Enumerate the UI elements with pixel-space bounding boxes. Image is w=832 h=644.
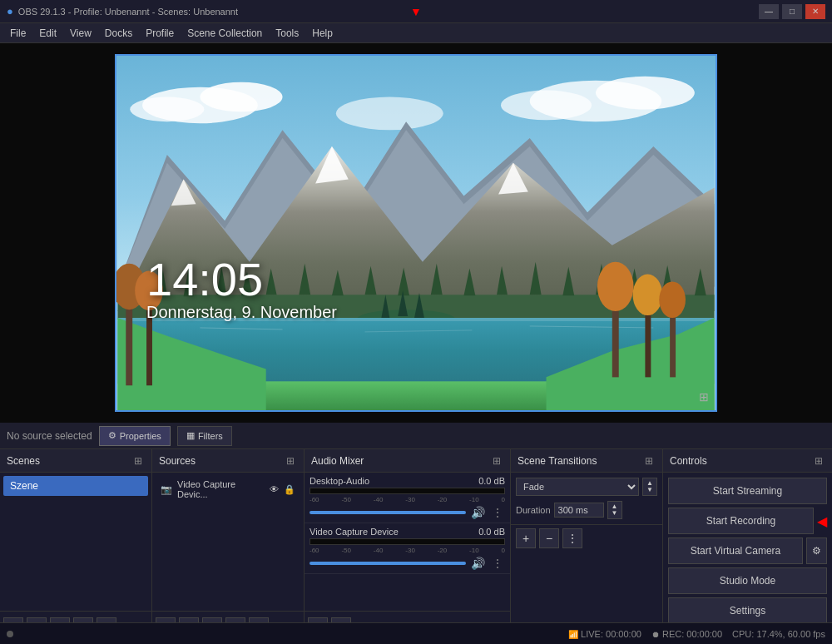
- transitions-content: Fade Cut Swipe Slide ▲ ▼ Duration ▲ ▼: [511, 473, 662, 524]
- minimize-button[interactable]: —: [759, 4, 779, 19]
- transition-menu-button[interactable]: ⋮: [562, 528, 582, 548]
- transitions-duration-row: Duration ▲ ▼: [516, 501, 657, 519]
- scenes-panel-header: Scenes ⊞: [0, 449, 151, 473]
- video-audio-name: Video Capture Device: [310, 527, 399, 537]
- scenes-title: Scenes: [7, 455, 40, 467]
- menu-file[interactable]: File: [3, 26, 32, 41]
- preview-area: 14:05 Donnerstag, 9. November ⊞: [0, 43, 832, 423]
- desktop-audio-meter: [310, 488, 505, 494]
- menu-docks[interactable]: Docks: [98, 26, 139, 41]
- transitions-type-select[interactable]: Fade Cut Swipe Slide: [516, 478, 639, 496]
- desktop-audio-db: 0.0 dB: [478, 476, 505, 486]
- transitions-footer: + − ⋮: [511, 524, 662, 552]
- start-virtual-camera-button[interactable]: Start Virtual Camera: [668, 537, 803, 564]
- video-audio-controls: 🔊 ⋮: [310, 557, 505, 570]
- desktop-audio-menu-button[interactable]: ⋮: [490, 506, 505, 519]
- scenes-options-button[interactable]: ⊞: [131, 454, 145, 468]
- scene-item[interactable]: Szene: [3, 476, 148, 496]
- transitions-panel: Scene Transitions ⊞ Fade Cut Swipe Slide…: [511, 449, 663, 642]
- eye-icon: 👁: [270, 484, 279, 494]
- status-right: 📶 LIVE: 00:00:00 ⏺ REC: 00:00:00 CPU: 17…: [568, 629, 825, 639]
- duration-spinner[interactable]: ▲ ▼: [607, 501, 622, 519]
- menu-tools[interactable]: Tools: [269, 26, 305, 41]
- audio-panel-header: Audio Mixer ⊞: [305, 449, 510, 473]
- virtual-camera-settings-button[interactable]: ⚙: [806, 537, 827, 564]
- menu-scene-collection[interactable]: Scene Collection: [181, 26, 269, 41]
- controls-options-button[interactable]: ⊞: [812, 454, 825, 468]
- controls-panel: Controls ⊞ Start Streaming Start Recordi…: [663, 449, 832, 642]
- clock-date: Donnerstag, 9. November: [146, 303, 337, 322]
- svg-point-3: [130, 97, 204, 122]
- desktop-audio-fader[interactable]: [310, 511, 466, 514]
- transitions-options-button[interactable]: ⊞: [642, 454, 656, 468]
- wifi-icon: 📶: [568, 630, 578, 639]
- desktop-audio-scale: -60-50-40-30-20-100: [310, 496, 505, 503]
- filters-button[interactable]: ▦ Filters: [177, 426, 232, 446]
- svg-point-7: [336, 97, 443, 131]
- monitor-icon: ⊞: [699, 390, 709, 404]
- close-button[interactable]: ✕: [805, 4, 825, 19]
- duration-input[interactable]: [554, 503, 604, 518]
- menubar: File Edit View Docks Profile Scene Colle…: [0, 23, 832, 43]
- scenes-panel: Scenes ⊞ Szene + − ▦ ▲ ▼ ▲: [0, 449, 152, 642]
- sources-options-button[interactable]: ⊞: [284, 454, 297, 468]
- settings-button[interactable]: Settings: [668, 597, 827, 624]
- start-streaming-button[interactable]: Start Streaming: [668, 478, 827, 504]
- lock-icon: 🔒: [284, 484, 295, 495]
- transitions-select-row: Fade Cut Swipe Slide ▲ ▼: [516, 478, 657, 496]
- transitions-panel-header: Scene Transitions ⊞: [511, 449, 662, 473]
- down-arrow-icon: ▼: [410, 5, 422, 18]
- sources-list: 📷 Video Capture Devic... 👁 🔒: [152, 473, 304, 611]
- titlebar-center: ▼: [410, 5, 422, 18]
- sources-panel: Sources ⊞ 📷 Video Capture Devic... 👁 🔒 +…: [152, 449, 305, 642]
- mountain-svg: [116, 56, 716, 410]
- desktop-mute-button[interactable]: 🔊: [469, 506, 487, 519]
- source-name: Video Capture Devic...: [177, 479, 265, 499]
- rec-label: REC: 00:00:00: [662, 629, 722, 639]
- controls-content: Start Streaming Start Recording ◀ Start …: [663, 473, 832, 642]
- virtual-camera-row: Start Virtual Camera ⚙: [668, 537, 827, 564]
- cpu-status: CPU: 17.4%, 60.00 fps: [732, 629, 825, 639]
- no-source-label: No source selected: [7, 430, 92, 442]
- video-audio-scale: -60-50-40-30-20-100: [310, 547, 505, 554]
- filter-icon: ▦: [186, 430, 195, 441]
- recording-arrow-indicator: ◀: [817, 513, 827, 529]
- start-recording-button[interactable]: Start Recording: [668, 508, 814, 534]
- svg-point-6: [501, 91, 592, 121]
- menu-view[interactable]: View: [63, 26, 98, 41]
- properties-button[interactable]: ⚙ Properties: [99, 426, 171, 446]
- transitions-title: Scene Transitions: [518, 455, 597, 467]
- remove-transition-button[interactable]: −: [539, 528, 559, 548]
- controls-panel-header: Controls ⊞: [663, 449, 832, 473]
- menu-help[interactable]: Help: [305, 26, 339, 41]
- titlebar-buttons: — □ ✕: [759, 4, 825, 19]
- menu-edit[interactable]: Edit: [32, 26, 63, 41]
- add-transition-button[interactable]: +: [516, 528, 536, 548]
- preview-canvas: 14:05 Donnerstag, 9. November ⊞: [115, 54, 717, 412]
- desktop-audio-controls: 🔊 ⋮: [310, 506, 505, 519]
- audio-tracks: Desktop-Audio 0.0 dB -60-50-40-30-20-100…: [305, 473, 510, 611]
- titlebar-left: ● OBS 29.1.3 - Profile: Unbenannt - Scen…: [7, 5, 238, 17]
- clock-time: 14:05: [146, 256, 337, 303]
- source-item[interactable]: 📷 Video Capture Devic... 👁 🔒: [156, 476, 300, 503]
- studio-mode-button[interactable]: Studio Mode: [668, 567, 827, 594]
- svg-point-50: [659, 281, 686, 318]
- maximize-button[interactable]: □: [782, 4, 802, 19]
- controls-title: Controls: [670, 455, 707, 467]
- video-audio-meter: [310, 538, 505, 545]
- audio-track-desktop: Desktop-Audio 0.0 dB -60-50-40-30-20-100…: [305, 473, 510, 523]
- camera-icon: 📷: [161, 484, 172, 495]
- menu-profile[interactable]: Profile: [139, 26, 181, 41]
- source-bar: No source selected ⚙ Properties ▦ Filter…: [0, 423, 832, 449]
- rec-status: ⏺ REC: 00:00:00: [651, 629, 722, 639]
- video-mute-button[interactable]: 🔊: [469, 557, 487, 570]
- main-panels: Scenes ⊞ Szene + − ▦ ▲ ▼ ▲ Sources ⊞ 📷 V…: [0, 449, 832, 642]
- video-audio-menu-button[interactable]: ⋮: [490, 557, 505, 570]
- video-audio-fader[interactable]: [310, 562, 466, 565]
- app-title: OBS 29.1.3 - Profile: Unbenannt - Scenes…: [18, 7, 238, 17]
- transitions-spinner[interactable]: ▲ ▼: [642, 478, 657, 496]
- audio-options-button[interactable]: ⊞: [490, 454, 503, 468]
- rec-icon: ⏺: [651, 630, 660, 639]
- live-label: LIVE: 00:00:00: [581, 629, 641, 639]
- svg-point-2: [200, 82, 282, 112]
